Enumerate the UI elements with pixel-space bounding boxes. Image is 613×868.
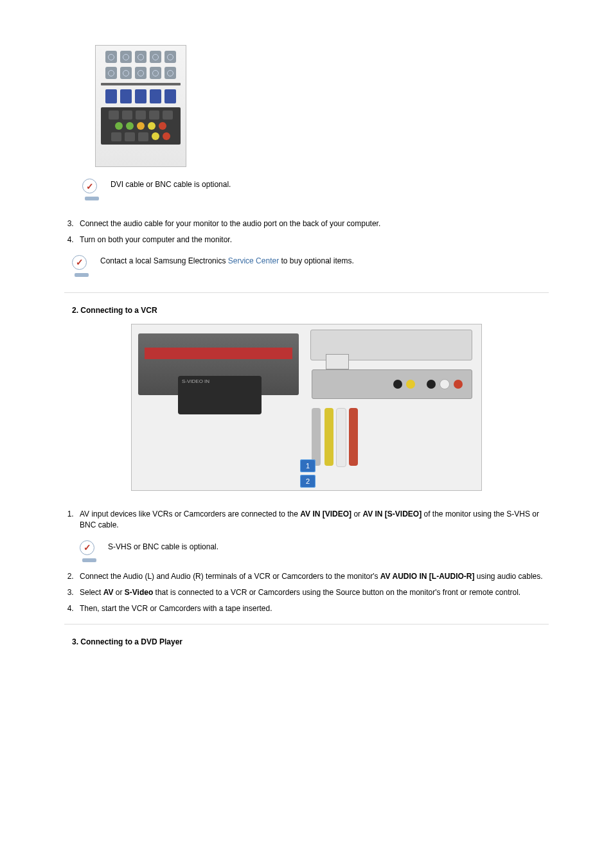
list-item: AV input devices like VCRs or Camcorders… xyxy=(76,506,549,569)
vcr-connection-figure: 1 2 xyxy=(131,324,482,491)
list-item: Connect the audio cable for your monitor… xyxy=(76,216,549,232)
steps-list-2: AV input devices like VCRs or Camcorders… xyxy=(64,506,549,617)
list-item: Connect the Audio (L) and Audio (R) term… xyxy=(76,569,549,585)
note-text: Contact a local Samsung Electronics Serv… xyxy=(100,255,354,265)
section-title-dvd: 3. Connecting to a DVD Player xyxy=(72,637,549,646)
list-item: Turn on both your computer and the monit… xyxy=(76,232,549,248)
connector-panel-figure xyxy=(95,45,186,167)
svideo-panel xyxy=(178,376,262,414)
cable-audio-l xyxy=(336,408,346,467)
service-center-link[interactable]: Service Center xyxy=(228,256,279,265)
checkmark-icon xyxy=(80,540,99,560)
callout-badge-1: 1 xyxy=(300,459,315,472)
checkmark-icon xyxy=(82,179,102,198)
callout-badge-2: 2 xyxy=(300,475,315,488)
note-text: DVI cable or BNC cable is optional. xyxy=(111,179,231,189)
port-row-1 xyxy=(101,51,181,63)
av-panel xyxy=(101,107,181,145)
cable-audio-r xyxy=(349,408,358,466)
document-page: DVI cable or BNC cable is optional. Conn… xyxy=(0,0,613,694)
list-item: Select AV or S-Video that is connected t… xyxy=(76,585,549,601)
usb-row xyxy=(101,89,181,103)
note-svhs-bnc: S-VHS or BNC cable is optional. xyxy=(80,540,549,560)
divider-bar xyxy=(101,83,181,85)
text: Contact a local Samsung Electronics xyxy=(100,256,228,265)
section-divider xyxy=(64,292,549,293)
steps-list-1: Connect the audio cable for your monitor… xyxy=(64,216,549,249)
checkmark-icon xyxy=(72,255,91,274)
list-item: Then, start the VCR or Camcorders with a… xyxy=(76,601,549,617)
vcr-rear-panel xyxy=(312,369,472,399)
cable-svideo xyxy=(312,408,321,466)
text: to buy optional items. xyxy=(279,256,354,265)
section-title-vcr: 2. Connecting to a VCR xyxy=(72,306,549,315)
port-row-2 xyxy=(101,67,181,79)
note-dvi-bnc: DVI cable or BNC cable is optional. xyxy=(82,179,549,198)
arrow-icon xyxy=(326,354,349,369)
cable-video xyxy=(324,408,333,466)
note-service-center: Contact a local Samsung Electronics Serv… xyxy=(72,255,549,274)
note-text: S-VHS or BNC cable is optional. xyxy=(108,540,218,553)
section-divider xyxy=(64,624,549,624)
